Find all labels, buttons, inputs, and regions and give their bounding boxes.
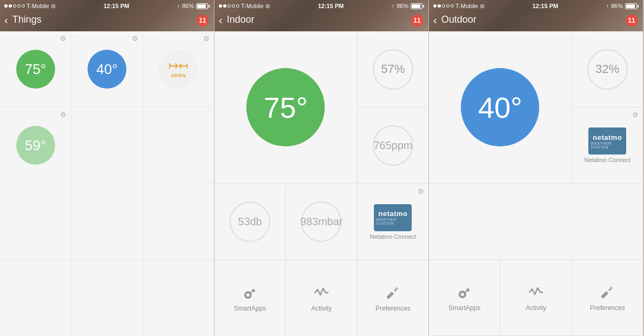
- gear-icon-netatmo-outdoor[interactable]: ⚙: [632, 111, 639, 119]
- signal-arrow: ↑: [177, 3, 180, 9]
- dot3: [13, 4, 16, 8]
- humidity-outdoor-circle: 32%: [587, 49, 628, 90]
- preferences-label-indoor: Preferences: [375, 305, 411, 312]
- gear-icon-3[interactable]: ⚙: [203, 35, 210, 43]
- dot2-4: [232, 4, 235, 8]
- netatmo-connect-label-indoor: Netatmo Connect: [370, 233, 417, 240]
- outdoor-temp-label: 40°: [478, 91, 522, 124]
- nav-bar-things: ‹ Things 11: [0, 11, 214, 30]
- back-button-indoor[interactable]: ‹ Indoor: [219, 14, 254, 25]
- cell-noise[interactable]: 53db: [214, 184, 285, 260]
- cell-humidity-outdoor[interactable]: 32%: [572, 31, 643, 107]
- cell-indoor-temp[interactable]: 75°: [214, 31, 357, 184]
- activity-label-outdoor: Activity: [526, 304, 546, 312]
- cell-humidity[interactable]: 57%: [358, 31, 428, 107]
- cell-smartapps-outdoor[interactable]: SmartApps: [429, 260, 500, 335]
- back-chevron-indoor: ‹: [219, 15, 223, 25]
- cell-temp-40[interactable]: ⚙ 40°: [71, 31, 142, 107]
- cell-temp-59[interactable]: ⚙ 59°: [0, 107, 71, 183]
- noise-circle: 53db: [230, 201, 270, 242]
- carrier-label-3: T-Mobile: [455, 3, 478, 9]
- back-button-things[interactable]: ‹ Things: [4, 14, 42, 25]
- status-bar-outdoor: T-Mobile ⊜ 12:15 PM ↑ 86% ‹ Outdoor: [429, 0, 643, 31]
- humidity-outdoor-label: 32%: [595, 62, 619, 76]
- cell-empty-4: [71, 184, 142, 260]
- battery-icon-1: [196, 3, 210, 9]
- nav-title-indoor: Indoor: [227, 14, 254, 25]
- cell-empty-6: [0, 260, 71, 336]
- battery-fill: [197, 4, 206, 8]
- smartapps-icon-indoor: [242, 284, 259, 301]
- cell-empty-3: [0, 184, 71, 260]
- nav-bar-indoor: ‹ Indoor 11: [214, 11, 428, 30]
- signal-dots: [4, 4, 25, 8]
- cell-preferences-outdoor[interactable]: Preferences: [572, 260, 643, 335]
- smartapps-icon-outdoor: [456, 284, 473, 301]
- gear-icon-1[interactable]: ⚙: [60, 35, 66, 43]
- cell-open[interactable]: ⚙ ↦↤ OPEN: [143, 31, 214, 107]
- dot5: [22, 4, 25, 8]
- nav-badge-outdoor: 11: [626, 15, 638, 26]
- battery-tip: [209, 5, 210, 8]
- gear-icon-netatmo[interactable]: ⚙: [418, 187, 424, 196]
- cell-co2[interactable]: 765ppm: [358, 107, 428, 183]
- battery-pct-1: 86%: [182, 3, 194, 9]
- dot3-5: [451, 4, 454, 8]
- noise-label: 53db: [238, 216, 262, 228]
- cell-smartapps-indoor[interactable]: SmartApps: [214, 260, 285, 336]
- indoor-grid: 75° 57% 765ppm 53db 983mbar ⚙: [214, 31, 428, 336]
- preferences-icon-outdoor: [599, 284, 616, 301]
- carrier-label: T-Mobile: [26, 3, 49, 9]
- humidity-circle: 57%: [373, 49, 413, 90]
- temp-59-label: 59°: [25, 137, 46, 154]
- gear-icon-4[interactable]: ⚙: [60, 111, 66, 119]
- dot3-1: [433, 4, 437, 8]
- status-right-3: ↑ 86%: [606, 3, 639, 9]
- netatmo-subtitle-outdoor: WEATHER STATION: [591, 142, 624, 149]
- pressure-label: 983mbar: [300, 216, 343, 228]
- cell-temp-75[interactable]: ⚙ 75°: [0, 31, 71, 107]
- wifi-icon: ⊜: [51, 3, 56, 10]
- status-time-2: 12:15 PM: [318, 3, 344, 9]
- netatmo-connect-label-outdoor: Netatmo Connect: [585, 157, 631, 163]
- cell-activity-indoor[interactable]: Activity: [286, 260, 357, 336]
- nav-bar-outdoor: ‹ Outdoor 11: [429, 11, 643, 30]
- gear-icon-2[interactable]: ⚙: [132, 35, 138, 43]
- cell-empty-2: [143, 107, 214, 183]
- battery-body-3: [625, 3, 637, 9]
- back-button-outdoor[interactable]: ‹ Outdoor: [433, 14, 477, 25]
- svg-point-8: [461, 293, 464, 296]
- co2-circle: 765ppm: [373, 125, 413, 166]
- activity-icon-indoor: [313, 284, 330, 301]
- indoor-temp-label: 75°: [264, 91, 308, 124]
- cell-netatmo-indoor[interactable]: ⚙ netatmo WEATHER STATION Netatmo Connec…: [358, 184, 428, 260]
- cell-preferences-indoor[interactable]: Preferences: [358, 260, 428, 336]
- netatmo-tile-indoor: netatmo WEATHER STATION Netatmo Connect: [370, 204, 417, 240]
- carrier-signal-2: T-Mobile ⊜: [219, 3, 270, 10]
- svg-point-9: [466, 288, 469, 292]
- netatmo-logo-indoor: netatmo WEATHER STATION: [374, 204, 412, 231]
- dot2-5: [236, 4, 239, 8]
- outdoor-grid: 40° 32% ⚙ netatmo WEATHER STATION Netatm…: [429, 31, 643, 336]
- open-button[interactable]: ↦↤ OPEN: [159, 50, 198, 89]
- battery-icon-3: [625, 3, 639, 9]
- preferences-label-outdoor: Preferences: [590, 304, 625, 312]
- cell-netatmo-outdoor[interactable]: ⚙ netatmo WEATHER STATION Netatmo Connec…: [572, 107, 643, 183]
- status-right-2: ↑ 86%: [391, 3, 424, 9]
- dot2: [9, 4, 12, 8]
- things-grid: ⚙ 75° ⚙ 40° ⚙ ↦↤ OPEN ⚙ 59°: [0, 31, 214, 336]
- battery-pct-2: 86%: [397, 3, 408, 9]
- cell-empty-1: [71, 107, 142, 183]
- cell-outdoor-temp[interactable]: 40°: [429, 31, 572, 183]
- carrier-label-2: T-Mobile: [241, 3, 264, 9]
- back-chevron-outdoor: ‹: [433, 15, 437, 25]
- battery-tip-3: [638, 5, 639, 8]
- battery-pct-3: 86%: [611, 3, 623, 9]
- cell-activity-outdoor[interactable]: Activity: [500, 260, 571, 335]
- dot4: [17, 4, 21, 8]
- circle-40: 40°: [88, 50, 126, 89]
- cell-pressure[interactable]: 983mbar: [286, 184, 357, 260]
- netatmo-brand-indoor: netatmo: [378, 210, 407, 218]
- temp-40-label: 40°: [96, 61, 117, 78]
- dot2-1: [219, 4, 222, 8]
